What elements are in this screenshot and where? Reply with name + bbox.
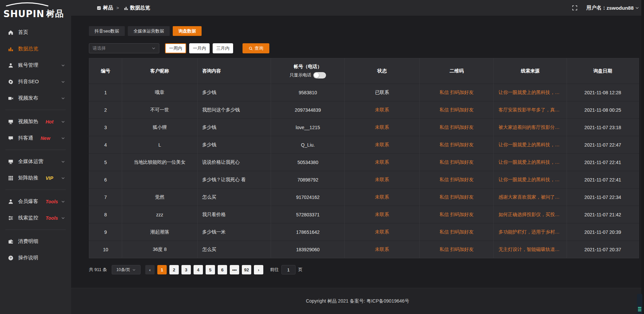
sidebar-item-sliders[interactable]: 线索监控Tools xyxy=(0,210,71,226)
cell-qrcode[interactable]: 私信 扫码加好友 xyxy=(420,101,494,119)
next-page-button[interactable]: › xyxy=(254,265,263,274)
cell-source[interactable]: 让你一眼就爱上的黑科技，能... xyxy=(494,84,567,101)
cell-status: 未联系 xyxy=(345,154,420,171)
cell-id: 8 xyxy=(89,206,122,223)
cell-id: 7 xyxy=(89,189,122,206)
cell-nickname: L xyxy=(122,136,198,154)
sidebar-item-question[interactable]: ?操作说明 xyxy=(0,250,71,266)
table-row: 9潮起潮落多少钱一米178651642未联系私信 扫码加好友多功能护栏灯，适用于… xyxy=(89,223,639,241)
page-button-6[interactable]: 6 xyxy=(218,265,227,274)
bar-chart-icon xyxy=(8,46,13,52)
cell-source[interactable]: 无主灯设计，智能磁吸轨道灯... xyxy=(494,241,567,258)
cell-qrcode[interactable]: 私信 扫码加好友 xyxy=(420,241,494,258)
cell-source[interactable]: 如何正确选择投影仪，买投影... xyxy=(494,206,567,223)
cell-content: 多少钱 xyxy=(197,136,271,154)
cell-account: 2097344839 xyxy=(271,101,345,119)
sidebar-item-monitor[interactable]: 全媒体运营 xyxy=(0,153,71,170)
table-row: 2不可一世我想问这个多少钱2097344839未联系私信 扫码加好友客厅安装投影… xyxy=(89,101,639,119)
chevron-down-icon xyxy=(61,80,65,84)
pagination: 共 911 条 10条/页 ‹ 123456•••92 › 前往 页 xyxy=(89,265,644,274)
page-button-3[interactable]: 3 xyxy=(181,265,191,274)
page-size-select[interactable]: 10条/页 xyxy=(112,265,141,274)
cell-source[interactable]: 让你一眼就爱上的黑科技，能... xyxy=(494,171,567,189)
cell-qrcode[interactable]: 私信 扫码加好友 xyxy=(420,84,494,101)
col-source: 线索来源 xyxy=(494,58,567,84)
cell-status: 未联系 xyxy=(345,223,420,241)
sidebar-item-wallet[interactable]: 消费明细 xyxy=(0,233,71,250)
tab-inquiry[interactable]: 询盘数据 xyxy=(173,26,202,36)
phone-only-toggle[interactable] xyxy=(313,72,326,78)
cell-source[interactable]: 让你一眼就爱上的黑科技，能... xyxy=(494,154,567,171)
sidebar-item-video-publish[interactable]: 视频发布 xyxy=(0,90,71,106)
inquiry-table: 编号 客户昵称 咨询内容 帐号（电话） 只显示电话 状态 二维码 线索来源 询盘… xyxy=(89,58,639,258)
cell-qrcode[interactable]: 私信 扫码加好友 xyxy=(420,136,494,154)
cell-qrcode[interactable]: 私信 扫码加好友 xyxy=(420,119,494,136)
col-qrcode: 二维码 xyxy=(420,58,494,84)
copyright-text: Copyright 树品 2021 备案号: 粤ICP备09019646号 xyxy=(306,298,409,304)
period-week-button[interactable]: 一周内 xyxy=(165,43,186,53)
cell-qrcode[interactable]: 私信 扫码加好友 xyxy=(420,189,494,206)
cell-date: 2021-11-08 12:28 xyxy=(567,84,639,101)
username-value: zswodun88 xyxy=(606,5,634,11)
sidebar-badge: Hot xyxy=(46,119,53,124)
sidebar-badge: VIP xyxy=(46,175,53,181)
cell-account: 50534380 xyxy=(271,154,345,171)
breadcrumb-root[interactable]: 树品 xyxy=(103,5,113,11)
sidebar: SHUPIN 树品 首页数据总览账号管理抖音SEO视频发布视频加热Hot抖客通N… xyxy=(0,0,71,314)
sidebar-item-home[interactable]: 首页 xyxy=(0,24,71,41)
sidebar-menu: 首页数据总览账号管理抖音SEO视频发布视频加热Hot抖客通New全媒体运营矩阵助… xyxy=(0,19,71,266)
sidebar-item-label: 首页 xyxy=(18,29,28,36)
cell-content: 多少钱？让我死心 看 xyxy=(197,171,271,189)
table-header-row: 编号 客户昵称 咨询内容 帐号（电话） 只显示电话 状态 二维码 线索来源 询盘… xyxy=(89,58,639,84)
page-button-92[interactable]: 92 xyxy=(242,265,251,274)
sidebar-item-screen-play[interactable]: 视频加热Hot xyxy=(0,113,71,130)
tab-douyin-seo[interactable]: 抖音seo数据 xyxy=(89,26,125,36)
tab-media-ops[interactable]: 全媒体运营数据 xyxy=(128,26,170,36)
cell-content: 多少钱一米 xyxy=(197,223,271,241)
cell-source[interactable]: 多功能护栏灯，适用于乡村文... xyxy=(494,223,567,241)
sidebar-item-user-burst[interactable]: 会员爆客Tools xyxy=(0,193,71,210)
data-tabs: 抖音seo数据 全媒体运营数据 询盘数据 xyxy=(89,26,644,36)
cell-source[interactable]: 客厅安装投影半年多了，真实... xyxy=(494,101,567,119)
cell-qrcode[interactable]: 私信 扫码加好友 xyxy=(420,154,494,171)
sidebar-item-bar-chart[interactable]: 数据总览 xyxy=(0,41,71,57)
chevron-down-icon xyxy=(61,160,65,164)
page-ellipsis-button[interactable]: ••• xyxy=(230,265,239,274)
sidebar-item-chat[interactable]: 抖客通New xyxy=(0,130,71,146)
period-month-button[interactable]: 一月内 xyxy=(189,43,210,53)
fullscreen-icon[interactable] xyxy=(572,5,578,11)
cell-account: 917024162 xyxy=(271,189,345,206)
sidebar-item-gear[interactable]: 抖音SEO xyxy=(0,73,71,90)
page-button-4[interactable]: 4 xyxy=(194,265,203,274)
page-button-2[interactable]: 2 xyxy=(169,265,179,274)
prev-page-button[interactable]: ‹ xyxy=(145,265,155,274)
cell-source[interactable]: 感谢大家喜欢我家，被问了好... xyxy=(494,189,567,206)
page-button-1[interactable]: 1 xyxy=(157,265,167,274)
pagination-total: 共 911 条 xyxy=(89,267,107,273)
logo-arc xyxy=(5,2,50,6)
page-footer: Copyright 树品 2021 备案号: 粤ICP备09019646号 xyxy=(71,288,644,314)
search-button[interactable]: 查询 xyxy=(243,43,269,53)
sidebar-item-grid[interactable]: 矩阵助推VIP xyxy=(0,170,71,186)
cell-qrcode[interactable]: 私信 扫码加好友 xyxy=(420,206,494,223)
main-content: 抖音seo数据 全媒体运营数据 询盘数据 请选择 一周内 一月内 三月内 查询 … xyxy=(71,16,644,274)
page-button-5[interactable]: 5 xyxy=(206,265,215,274)
table-row: 3狐小狸多少钱love__1215未联系私信 扫码加好友被大家追着问的客厅投影分… xyxy=(89,119,639,136)
cell-qrcode[interactable]: 私信 扫码加好友 xyxy=(420,171,494,189)
chevron-down-icon xyxy=(152,46,156,50)
user-menu[interactable]: 用户名： zswodun88 xyxy=(586,5,639,11)
cell-qrcode[interactable]: 私信 扫码加好友 xyxy=(420,223,494,241)
cell-content: 怎么买 xyxy=(197,189,271,206)
cell-source[interactable]: 让你一眼就爱上的黑科技，能... xyxy=(494,136,567,154)
grid-icon xyxy=(8,175,13,181)
chevron-down-icon xyxy=(61,96,65,100)
side-panel-widget[interactable] xyxy=(637,294,642,314)
period-quarter-button[interactable]: 三月内 xyxy=(213,43,233,53)
sidebar-badge: New xyxy=(41,136,50,141)
sidebar-item-user[interactable]: 账号管理 xyxy=(0,57,71,73)
scrollbar-track[interactable] xyxy=(641,0,644,314)
cell-source[interactable]: 被大家追着问的客厅投影分享... xyxy=(494,119,567,136)
cell-nickname: 觉然 xyxy=(122,189,198,206)
filter-select[interactable]: 请选择 xyxy=(89,43,159,53)
goto-page-input[interactable] xyxy=(281,265,296,274)
